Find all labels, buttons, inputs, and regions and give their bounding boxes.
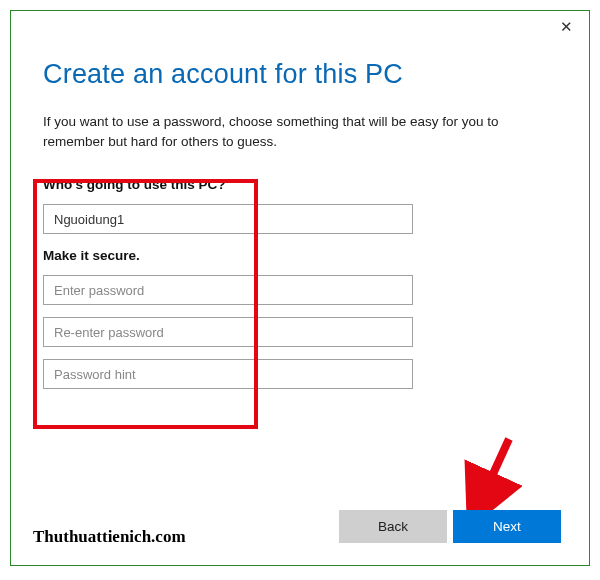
back-button[interactable]: Back <box>339 510 447 543</box>
svg-line-0 <box>477 439 509 509</box>
watermark-text: Thuthuattienich.com <box>33 527 186 547</box>
page-description: If you want to use a password, choose so… <box>43 112 557 151</box>
next-button-label: Next <box>493 519 521 534</box>
username-input[interactable] <box>43 204 413 234</box>
password-input[interactable] <box>43 275 413 305</box>
close-icon[interactable]: ✕ <box>560 19 573 34</box>
password-hint-input[interactable] <box>43 359 413 389</box>
button-row: Back Next <box>339 510 561 543</box>
dialog-window: ✕ Create an account for this PC If you w… <box>10 10 590 566</box>
form-area: Who's going to use this PC? Make it secu… <box>43 177 557 389</box>
back-button-label: Back <box>378 519 408 534</box>
secure-section-label: Make it secure. <box>43 248 557 263</box>
username-section-label: Who's going to use this PC? <box>43 177 557 192</box>
next-button[interactable]: Next <box>453 510 561 543</box>
password-confirm-input[interactable] <box>43 317 413 347</box>
page-title: Create an account for this PC <box>43 59 557 90</box>
content-area: Create an account for this PC If you wan… <box>11 11 589 389</box>
